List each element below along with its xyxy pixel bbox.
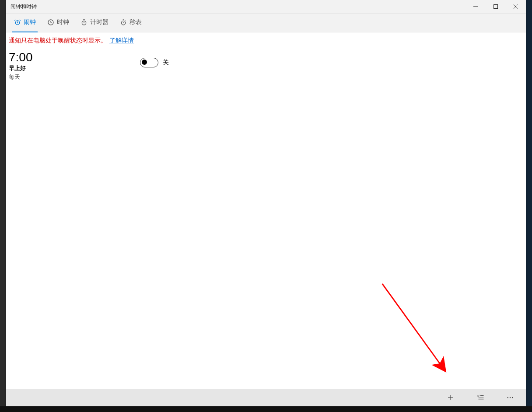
notification-bar: 通知只在电脑处于唤醒状态时显示。 了解详情: [6, 32, 526, 47]
window-controls: [466, 0, 526, 13]
svg-rect-1: [494, 5, 498, 9]
svg-point-7: [121, 21, 125, 25]
learn-more-link[interactable]: 了解详情: [109, 37, 134, 44]
annotation-arrow: [6, 47, 526, 389]
alarm-list: 7:00 早上好 每天 关: [6, 47, 526, 389]
tab-stopwatch[interactable]: 秒表: [118, 13, 144, 32]
alarm-name: 早上好: [9, 64, 140, 72]
alarm-toggle-label: 关: [163, 59, 169, 67]
close-button[interactable]: [506, 0, 526, 13]
alarm-repeat: 每天: [9, 73, 140, 81]
timer-icon: [80, 19, 88, 26]
stopwatch-icon: [120, 19, 127, 26]
add-alarm-button[interactable]: [444, 391, 458, 405]
more-button[interactable]: [503, 391, 517, 405]
svg-point-14: [508, 397, 508, 398]
taskbar: [0, 406, 532, 412]
tab-label: 计时器: [90, 18, 108, 26]
alarm-info: 7:00 早上好 每天: [9, 51, 140, 81]
command-bar: [6, 389, 526, 406]
alarms-clock-window: 闹钟和时钟 闹钟: [6, 0, 526, 406]
tab-bar: 闹钟 时钟 计时器 秒表: [6, 14, 526, 32]
tab-alarm[interactable]: 闹钟: [12, 13, 38, 32]
window-title: 闹钟和时钟: [6, 3, 37, 11]
clock-icon: [47, 19, 54, 26]
alarm-time: 7:00: [9, 51, 140, 63]
svg-point-16: [512, 397, 513, 398]
svg-point-15: [510, 397, 511, 398]
alarm-item[interactable]: 7:00 早上好 每天 关: [6, 47, 526, 84]
titlebar: 闹钟和时钟: [6, 0, 526, 14]
tab-timer[interactable]: 计时器: [79, 13, 110, 32]
desktop-right-strip: [526, 0, 532, 412]
tab-clock[interactable]: 时钟: [46, 13, 71, 32]
maximize-button[interactable]: [486, 0, 506, 13]
alarm-toggle-wrap: 关: [140, 58, 169, 67]
select-alarms-button[interactable]: [473, 391, 487, 405]
alarm-toggle[interactable]: [140, 58, 158, 67]
tab-label: 秒表: [130, 18, 142, 26]
svg-line-8: [382, 284, 444, 370]
toggle-knob: [142, 60, 147, 65]
tab-label: 时钟: [57, 18, 69, 26]
notification-warning-text: 通知只在电脑处于唤醒状态时显示。: [9, 37, 107, 44]
minimize-button[interactable]: [466, 0, 486, 13]
desktop-left-strip: [0, 0, 6, 412]
tab-label: 闹钟: [24, 18, 36, 26]
alarm-icon: [14, 19, 21, 26]
